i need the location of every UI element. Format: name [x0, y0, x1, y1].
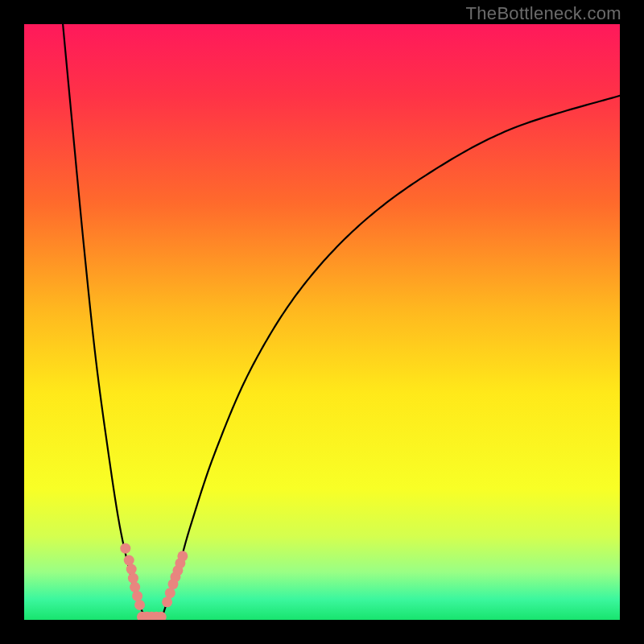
scatter-points [120, 543, 188, 620]
watermark-text: TheBottleneck.com [466, 3, 621, 24]
data-point [124, 555, 134, 566]
data-point [165, 588, 175, 598]
data-point [128, 573, 138, 584]
chart-frame: TheBottleneck.com [0, 0, 644, 644]
data-point [177, 551, 188, 561]
data-point [132, 591, 142, 601]
data-point [120, 543, 130, 554]
left-branch-curve [63, 24, 147, 620]
chart-curves [24, 24, 620, 620]
right-branch-curve [161, 96, 620, 620]
data-point [162, 597, 172, 607]
plot-area [24, 24, 620, 620]
data-point [134, 600, 145, 610]
data-point [130, 582, 140, 592]
data-point [126, 564, 137, 575]
